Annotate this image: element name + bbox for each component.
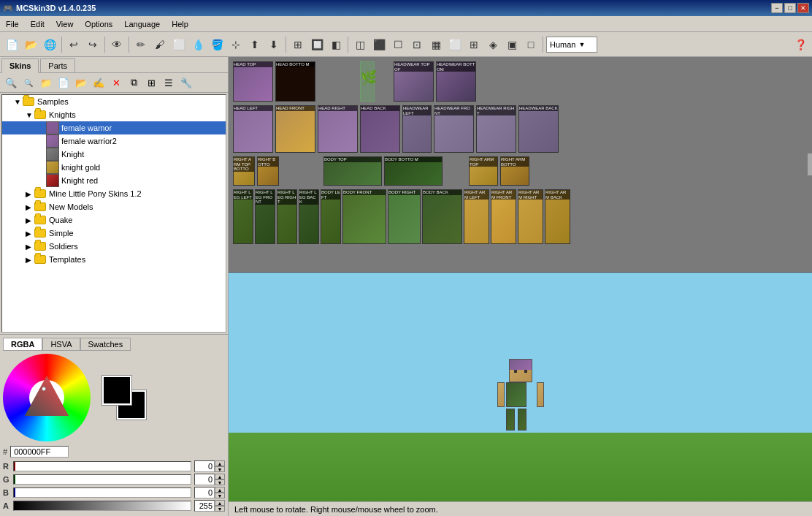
new-skin-button[interactable]: 📄 (3, 36, 20, 53)
undo-button[interactable]: ↩ (65, 36, 83, 53)
part-body-right[interactable]: BODY RIGHT (388, 189, 421, 244)
treeview[interactable]: ▼ Samples ▼ Knights ▶ female wamor ▶ fem… (1, 94, 226, 333)
expand-new-models[interactable]: ▶ (26, 203, 34, 211)
alpha-button[interactable]: 🔲 (308, 36, 326, 53)
menu-view[interactable]: View (50, 16, 80, 32)
tb12[interactable]: ⊞ (465, 36, 483, 53)
menu-help[interactable]: Help (166, 16, 194, 32)
slider-g-value[interactable] (194, 474, 215, 485)
tb14[interactable]: ▣ (503, 36, 521, 53)
open-skin-button[interactable]: 📂 (73, 75, 89, 91)
web-button[interactable]: 🌐 (41, 36, 58, 53)
slider-r-down[interactable]: ▼ (215, 466, 225, 472)
part-rleg-front[interactable]: RIGHT LEG FRONT (255, 189, 275, 244)
tree-item-female-warrior[interactable]: ▶ female wamor (2, 121, 226, 134)
color-tab-rgba[interactable]: RGBA (3, 338, 42, 351)
grid-button[interactable]: ⊞ (289, 36, 307, 53)
expand-simple[interactable]: ▶ (26, 229, 34, 238)
rename-button[interactable]: ✍ (91, 75, 107, 91)
part-head-top[interactable]: HEAD TOP (233, 61, 273, 102)
tb13[interactable]: ◈ (484, 36, 502, 53)
part-headwear-bottom[interactable]: HEADWEAR BOTTOM (436, 61, 476, 102)
tb11[interactable]: ⬜ (446, 36, 464, 53)
part-head-back[interactable]: HEAD BACK (360, 105, 400, 153)
part-head-left[interactable]: HEAD LEFT (233, 105, 273, 153)
tree-item-mine-little[interactable]: ▶ Mine Little Pony Skins 1.2 (2, 187, 226, 200)
part-rleg-back[interactable]: RIGHT LEG BACK (299, 189, 319, 244)
part-rarm-front[interactable]: RIGHT ARM FRONT (491, 189, 516, 244)
color-tab-hsva[interactable]: HSVA (42, 338, 80, 351)
close-button[interactable]: ✕ (797, 3, 809, 13)
part-rleg-left[interactable]: RIGHT LEG LEFT (233, 189, 253, 244)
menu-options[interactable]: Options (79, 16, 118, 32)
tree-item-simple[interactable]: ▶ Simple (2, 227, 226, 240)
part-headwear-right[interactable]: HEADWEAR RIGHT (476, 105, 516, 153)
part-right-arm-bottom[interactable]: RIGHT BOTTO (257, 156, 279, 186)
part-headwear-back[interactable]: HEADWEAR BACK (518, 105, 559, 153)
slider-b-down[interactable]: ▼ (215, 493, 225, 498)
new-skin-tree-button[interactable]: 📄 (55, 75, 72, 91)
part-body-bottom[interactable]: BODY BOTTO M (384, 156, 443, 186)
new-folder-button[interactable]: 📁 (38, 75, 54, 91)
part-body-top[interactable]: BODY TOP (323, 156, 382, 186)
upload-button[interactable]: ⬆ (246, 36, 264, 53)
tree-item-female-warrior2[interactable]: ▶ female warrior2 (2, 134, 226, 148)
preview-3d[interactable] (229, 273, 812, 501)
expand-templates[interactable]: ▶ (26, 256, 34, 264)
menu-edit[interactable]: Edit (25, 16, 50, 32)
part-rarm-back[interactable]: RIGHT ARM BACK (545, 189, 570, 244)
tree-item-knight[interactable]: ▶ Knight (2, 148, 226, 161)
slider-a-value[interactable] (194, 500, 215, 512)
part-head-front[interactable]: HEAD FRONT (275, 105, 315, 153)
part-rarm-right[interactable]: RIGHT ARM RIGHT (518, 189, 543, 244)
redo-button[interactable]: ↪ (84, 36, 102, 53)
color-wheel[interactable] (3, 354, 91, 441)
import-button[interactable]: ⬇ (265, 36, 283, 53)
expand-quake[interactable]: ▶ (26, 216, 34, 224)
slider-r-up[interactable]: ▲ (215, 460, 225, 466)
menu-language[interactable]: Language (118, 16, 166, 32)
part-left-arm-top2[interactable]: RIGHT ARM BOTTO (500, 156, 529, 186)
expand-mine-little[interactable]: ▶ (26, 190, 34, 198)
help-button[interactable]: ❓ (792, 36, 809, 53)
part-rleg-right[interactable]: RIGHT LEG RIGHT (277, 189, 297, 244)
expand-samples[interactable]: ▼ (14, 98, 23, 106)
tree-item-templates[interactable]: ▶ Templates (2, 253, 226, 266)
tab-parts[interactable]: Parts (40, 58, 75, 72)
slider-b-track[interactable] (13, 487, 191, 498)
part-rarm-left[interactable]: RIGHT ARM LEFT (464, 189, 489, 244)
eraser-button[interactable]: ⬜ (170, 36, 188, 53)
model-dropdown[interactable]: Human ▼ (546, 37, 597, 53)
part-head-right[interactable]: HEAD RIGHT (318, 105, 358, 153)
tb10[interactable]: ▦ (427, 36, 445, 53)
part-headwear-front[interactable]: HEADWEAR FRONT (434, 105, 474, 153)
maximize-button[interactable]: □ (784, 3, 796, 13)
slider-b-value[interactable] (194, 487, 215, 498)
tb8[interactable]: ☐ (389, 36, 407, 53)
slider-g-up[interactable]: ▲ (215, 474, 225, 479)
select-button[interactable]: ⊹ (227, 36, 245, 53)
tb7[interactable]: ⬛ (370, 36, 388, 53)
tree-item-samples[interactable]: ▼ Samples (2, 95, 226, 108)
part-left-arm-top[interactable]: RIGHT ARM TOP (469, 156, 498, 186)
tree-item-knight-red[interactable]: ▶ Knight red (2, 174, 226, 187)
part-body-front[interactable]: BODY FRONT (342, 189, 386, 244)
eye-button[interactable]: 👁 (108, 36, 126, 53)
tree-item-new-models[interactable]: ▶ New Models (2, 200, 226, 213)
expand-knights[interactable]: ▼ (26, 111, 34, 119)
resize-handle[interactable] (808, 153, 812, 175)
expand-soldiers[interactable]: ▶ (26, 243, 34, 251)
part-headwear-left[interactable]: HEADWEAR LEFT (402, 105, 432, 153)
slider-a-down[interactable]: ▼ (215, 506, 225, 512)
slider-r-track[interactable] (13, 461, 191, 471)
wrench-button[interactable]: 🔧 (178, 75, 194, 91)
color-tab-swatches[interactable]: Swatches (80, 338, 131, 351)
zoom-out-button[interactable]: 🔍 (20, 75, 37, 91)
skin-editor[interactable]: HEAD TOP HEAD BOTTO M 🌿 HEADWEAR TOP OF … (229, 57, 812, 273)
menu-file[interactable]: File (0, 16, 25, 32)
tree-item-quake[interactable]: ▶ Quake (2, 213, 226, 227)
slider-a-up[interactable]: ▲ (215, 500, 225, 506)
paint-button[interactable]: 🖌 (151, 36, 169, 53)
tb15[interactable]: □ (522, 36, 540, 53)
minimize-button[interactable]: − (771, 3, 783, 13)
